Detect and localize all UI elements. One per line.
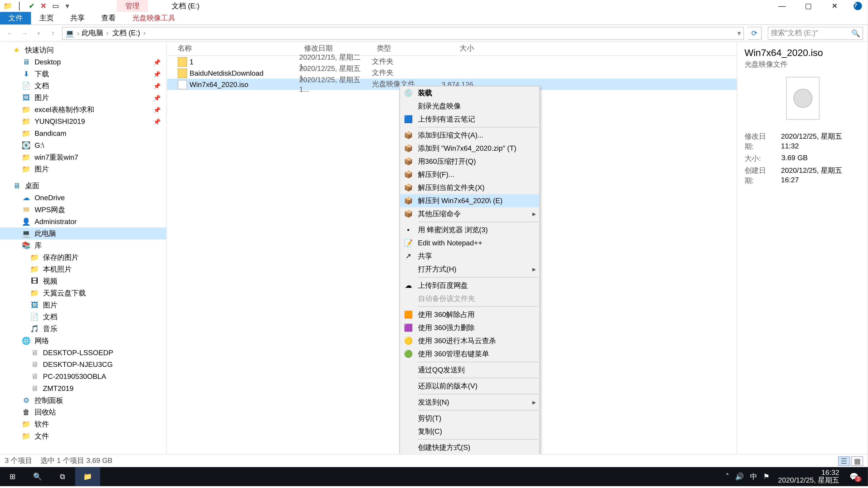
breadcrumb-seg-pc[interactable]: 此电脑 [82,28,110,38]
navigation-pane[interactable]: 快速访问Desktop📌下载📌文档📌图片📌excel表格制作求和📌YUNQISH… [0,42,167,454]
nav-item[interactable]: 文件 [0,430,166,442]
context-menu-item[interactable]: 创建快捷方式(S) [400,441,539,454]
close-button[interactable]: ✕ [822,0,848,12]
context-menu-item[interactable]: 📦其他压缩命令▸ [400,207,539,221]
new-folder-icon[interactable]: ▭ [51,2,60,10]
nav-item[interactable]: 快速访问 [0,44,166,56]
nav-item[interactable]: OneDrive [0,192,166,204]
nav-item[interactable]: 网络 [0,335,166,347]
refresh-button[interactable]: ⟳ [747,26,762,39]
view-thumbnails-button[interactable]: ▦ [851,456,863,466]
nav-item[interactable]: 天翼云盘下载 [0,287,166,299]
ribbon-tab-share[interactable]: 共享 [62,12,93,24]
column-name[interactable]: 名称 [167,43,299,54]
nav-item[interactable]: Desktop📌 [0,56,166,68]
nav-item[interactable]: G:\ [0,139,166,151]
nav-item[interactable]: 图片📌 [0,92,166,104]
view-details-button[interactable]: ☰ [838,456,850,466]
context-menu-item[interactable]: 刻录光盘映像 [400,99,539,112]
context-menu-item[interactable]: 📦添加到压缩文件(A)... [400,129,539,142]
nav-item[interactable]: DESKTOP-LSSOEDP [0,347,166,359]
nav-item[interactable]: 软件 [0,418,166,430]
tray-overflow-icon[interactable]: ˄ [725,473,729,481]
maximize-button[interactable]: ▢ [795,0,822,12]
context-menu-item[interactable]: •用 蜂蜜浏览器 浏览(3) [400,223,539,236]
context-menu-item[interactable]: ☁上传到百度网盘 [400,279,539,292]
taskbar-file-explorer[interactable]: 📁 [75,467,100,486]
context-menu-item[interactable]: 复制(C) [400,425,539,438]
help-icon[interactable]: ? [854,2,862,10]
nav-up-button[interactable]: ↑ [48,29,58,37]
nav-item[interactable]: 本机照片 [0,263,166,275]
nav-item[interactable]: WPS网盘 [0,204,166,216]
context-menu[interactable]: 💿装载刻录光盘映像🟦上传到有道云笔记📦添加到压缩文件(A)...📦添加到 "Wi… [399,86,540,454]
context-menu-item[interactable]: 通过QQ发送到 [400,363,539,377]
nav-item[interactable]: YUNQISHI2019📌 [0,116,166,128]
nav-forward-button[interactable]: → [19,29,30,37]
nav-item[interactable]: win7重装win7 [0,151,166,163]
nav-item[interactable]: DESKTOP-NJEU3CG [0,359,166,370]
nav-item[interactable]: 音乐 [0,323,166,335]
search-icon[interactable]: 🔍 [851,29,860,37]
nav-item[interactable]: 文档📌 [0,80,166,92]
taskbar-clock[interactable]: 16:32 2020/12/25, 星期五 [774,469,843,484]
context-menu-item[interactable]: 🟡使用 360进行木马云查杀 [400,334,539,347]
close-red-icon[interactable]: ✕ [39,2,48,10]
nav-back-button[interactable]: ← [5,29,16,37]
context-menu-item[interactable]: 🟦上传到有道云笔记 [400,112,539,126]
context-menu-item[interactable]: 💿装载 [400,86,539,99]
start-button[interactable]: ⊞ [0,467,25,486]
ribbon-tab-home[interactable]: 主页 [31,12,62,24]
nav-item[interactable]: 保存的图片 [0,252,166,263]
contextual-tab-manage[interactable]: 管理 [117,0,148,13]
nav-item[interactable]: 控制面板 [0,394,166,406]
nav-item[interactable]: 下载📌 [0,68,166,80]
system-tray[interactable]: ˄ 🔊 中 ⚑ [721,471,774,482]
checkmark-icon[interactable]: ✔ [27,2,36,10]
context-menu-item[interactable]: 📝Edit with Notepad++ [400,236,539,250]
taskbar[interactable]: ⊞ 🔍 ⧉ 📁 ˄ 🔊 中 ⚑ 16:32 2020/12/25, 星期五 💬3 [0,467,868,486]
file-row[interactable]: 12020/12/15, 星期二 1...文件夹 [167,56,737,67]
nav-item[interactable]: 文档 [0,311,166,323]
task-view-button[interactable]: ⧉ [50,467,75,486]
ribbon-tab-file[interactable]: 文件 [0,12,31,24]
context-menu-item[interactable]: 🟧使用 360解除占用 [400,308,539,321]
breadcrumb[interactable]: › 此电脑 文档 (E:) ▾ [62,26,744,39]
minimize-button[interactable]: — [769,0,795,12]
nav-item[interactable]: 图片 [0,299,166,311]
context-menu-item[interactable]: 📦解压到 Win7x64_2020\ (E) [400,194,539,207]
nav-item[interactable]: 视频 [0,275,166,287]
taskbar-search-button[interactable]: 🔍 [25,467,50,486]
context-menu-item[interactable]: 剪切(T) [400,412,539,425]
nav-item[interactable]: PC-20190530OBLA [0,370,166,383]
nav-item[interactable]: 回收站 [0,406,166,418]
file-row[interactable]: BaiduNetdiskDownload2020/12/25, 星期五 1...… [167,67,737,78]
column-date[interactable]: 修改日期 [299,43,372,54]
nav-item[interactable]: 库 [0,239,166,252]
breadcrumb-seg-drive[interactable]: 文档 (E:) [112,28,147,38]
context-menu-item[interactable]: 📦解压到当前文件夹(X) [400,181,539,194]
qat-dropdown-icon[interactable]: ▾ [63,2,72,10]
nav-item[interactable]: ZMT2019 [0,383,166,394]
tray-security-icon[interactable]: ⚑ [763,473,770,481]
column-headers[interactable]: 名称 修改日期 类型 大小 [167,42,737,56]
nav-item[interactable]: 图片 [0,163,166,175]
context-menu-item[interactable]: 还原以前的版本(V) [400,380,539,393]
column-size[interactable]: 大小 [432,43,479,54]
ribbon-tab-disc-tools[interactable]: 光盘映像工具 [124,12,184,24]
breadcrumb-dropdown-icon[interactable]: ▾ [737,29,741,37]
context-menu-item[interactable]: 🟢使用 360管理右键菜单 [400,347,539,360]
context-menu-item[interactable]: 📦添加到 "Win7x64_2020.zip" (T) [400,142,539,155]
nav-item[interactable]: 此电脑 [0,228,166,239]
nav-item[interactable]: Administrator [0,216,166,228]
context-menu-item[interactable]: 📦用360压缩打开(Q) [400,155,539,168]
breadcrumb-root-chevron[interactable]: › [77,29,79,37]
context-menu-item[interactable]: 🟪使用 360强力删除 [400,321,539,334]
ribbon-tab-view[interactable]: 查看 [93,12,124,24]
nav-history-dropdown[interactable]: ▾ [33,30,44,36]
tray-ime-icon[interactable]: 中 [750,471,757,482]
file-list-pane[interactable]: 名称 修改日期 类型 大小 12020/12/15, 星期二 1...文件夹Ba… [167,42,737,454]
column-type[interactable]: 类型 [372,43,432,54]
action-center-button[interactable]: 💬3 [843,467,868,486]
nav-item[interactable]: 桌面 [0,180,166,192]
